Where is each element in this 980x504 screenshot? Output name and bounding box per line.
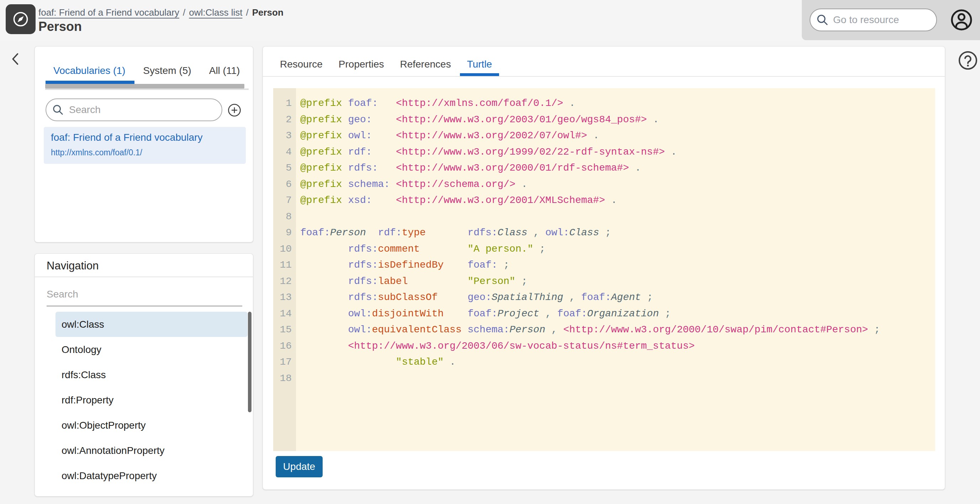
code-line: @prefix schema: <http://schema.org/> . xyxy=(300,176,935,193)
code-line: rdfs:comment "A person." ; xyxy=(300,241,935,257)
vocab-tab-system-[interactable]: System (5) xyxy=(143,61,191,81)
tab-properties[interactable]: Properties xyxy=(339,54,384,74)
code-line xyxy=(300,370,935,387)
nav-item-owl-datatypeproperty[interactable]: owl:DatatypeProperty xyxy=(56,463,248,488)
plus-circle-icon xyxy=(228,103,241,117)
resource-detail-panel: ResourcePropertiesReferencesTurtle 12345… xyxy=(262,46,945,490)
vocab-item-uri: http://xmlns.com/foaf/0.1/ xyxy=(51,148,246,157)
add-vocabulary-button[interactable] xyxy=(228,103,241,117)
code-line: "stable" . xyxy=(300,354,935,370)
navigation-panel: Navigation owl:ClassOntologyrdfs:Classrd… xyxy=(35,254,253,496)
page-title: Person xyxy=(38,19,82,34)
line-number: 17 xyxy=(273,354,292,370)
search-underline xyxy=(46,306,242,306)
code-line: @prefix xsd: <http://www.w3.org/2001/XML… xyxy=(300,192,935,209)
code-line: <http://www.w3.org/2003/06/sw-vocab-stat… xyxy=(300,338,935,354)
editor-gutter: 123456789101112131415161718 xyxy=(273,88,296,451)
breadcrumb-item[interactable]: foaf: Friend of a Friend vocabulary xyxy=(38,7,179,18)
detail-tabs: ResourcePropertiesReferencesTurtle xyxy=(280,54,492,74)
vocab-tab-vocabularies-[interactable]: Vocabularies (1) xyxy=(53,61,125,81)
header-right-panel xyxy=(802,0,980,40)
search-icon xyxy=(52,104,64,116)
chevron-left-icon xyxy=(8,52,23,66)
help-button[interactable] xyxy=(958,50,978,71)
line-number: 15 xyxy=(273,322,292,338)
code-line: owl:equivalentClass schema:Person , <htt… xyxy=(300,322,935,338)
vocab-tabs: Vocabularies (1)System (5)All (11) xyxy=(53,61,240,81)
help-icon xyxy=(958,50,978,71)
line-number: 14 xyxy=(273,306,292,322)
collapse-sidebar-button[interactable] xyxy=(8,52,23,66)
tab-references[interactable]: References xyxy=(400,54,451,74)
line-number: 10 xyxy=(273,241,292,257)
navigation-list: owl:ClassOntologyrdfs:Classrdf:Propertyo… xyxy=(35,309,253,495)
tab-resource[interactable]: Resource xyxy=(280,54,323,74)
navigation-title: Navigation xyxy=(46,260,99,272)
account-circle-icon xyxy=(950,8,973,31)
app-header: foaf: Friend of a Friend vocabulary/owl:… xyxy=(0,0,980,40)
navigation-search[interactable] xyxy=(46,285,242,304)
line-number: 2 xyxy=(273,112,292,128)
goto-resource-input[interactable] xyxy=(833,14,929,25)
code-line: @prefix rdf: <http://www.w3.org/1999/02/… xyxy=(300,144,935,160)
breadcrumb-item[interactable]: owl:Class list xyxy=(189,7,242,18)
app-logo[interactable] xyxy=(6,4,36,34)
breadcrumb-separator: / xyxy=(242,7,252,18)
line-number: 16 xyxy=(273,338,292,354)
line-number: 1 xyxy=(273,95,292,112)
vocab-search[interactable] xyxy=(46,98,222,121)
code-line: foaf:Person rdf:type rdfs:Class , owl:Cl… xyxy=(300,225,935,241)
editor-code[interactable]: @prefix foaf: <http://xmlns.com/foaf/0.1… xyxy=(296,88,935,451)
code-line: @prefix rdfs: <http://www.w3.org/2000/01… xyxy=(300,160,935,176)
line-number: 4 xyxy=(273,144,292,160)
turtle-code-editor[interactable]: 123456789101112131415161718 @prefix foaf… xyxy=(273,88,935,451)
code-line: rdfs:isDefinedBy foaf: ; xyxy=(300,257,935,273)
tabs-divider xyxy=(263,76,945,77)
code-line: @prefix geo: <http://www.w3.org/2003/01/… xyxy=(300,112,935,128)
navigation-search-input[interactable] xyxy=(46,285,242,304)
nav-item-ontology[interactable]: Ontology xyxy=(56,337,248,362)
user-avatar[interactable] xyxy=(950,8,973,31)
vocab-item-title: foaf: Friend of a Friend vocabulary xyxy=(51,132,246,143)
horizontal-scrollbar[interactable] xyxy=(45,84,244,89)
line-number: 18 xyxy=(273,370,292,387)
breadcrumb-separator: / xyxy=(179,7,189,18)
line-number: 5 xyxy=(273,160,292,176)
line-number: 7 xyxy=(273,192,292,209)
line-number: 11 xyxy=(273,257,292,273)
compass-icon xyxy=(10,8,31,30)
update-button[interactable]: Update xyxy=(276,456,323,477)
scrollbar-track-line xyxy=(45,89,249,90)
line-number: 8 xyxy=(273,209,292,225)
code-line: @prefix foaf: <http://xmlns.com/foaf/0.1… xyxy=(300,95,935,112)
nav-item-rdfs-class[interactable]: rdfs:Class xyxy=(56,362,248,387)
active-tab-indicator xyxy=(46,81,134,84)
goto-resource-search[interactable] xyxy=(810,8,937,31)
nav-item-owl-class[interactable]: owl:Class xyxy=(56,312,248,337)
line-number: 9 xyxy=(273,225,292,241)
code-line xyxy=(300,209,935,225)
divider xyxy=(35,277,253,277)
code-line: owl:disjointWith foaf:Project , foaf:Org… xyxy=(300,306,935,322)
line-number: 12 xyxy=(273,273,292,290)
nav-item-owl-annotationproperty[interactable]: owl:AnnotationProperty xyxy=(56,438,248,463)
vocab-list-item[interactable]: foaf: Friend of a Friend vocabularyhttp:… xyxy=(44,127,246,164)
nav-item-owl-objectproperty[interactable]: owl:ObjectProperty xyxy=(56,413,248,438)
nav-item-rdf-property[interactable]: rdf:Property xyxy=(56,387,248,413)
code-line: rdfs:label "Person" ; xyxy=(300,273,935,290)
vocab-tab-all-[interactable]: All (11) xyxy=(209,61,240,81)
line-number: 13 xyxy=(273,289,292,306)
vocab-list: foaf: Friend of a Friend vocabularyhttp:… xyxy=(44,127,246,164)
search-icon xyxy=(816,14,829,26)
vocabularies-panel: Vocabularies (1)System (5)All (11) foaf:… xyxy=(35,46,253,242)
line-number: 3 xyxy=(273,128,292,144)
breadcrumb-item: Person xyxy=(252,7,283,18)
code-line: @prefix owl: <http://www.w3.org/2002/07/… xyxy=(300,128,935,144)
breadcrumb: foaf: Friend of a Friend vocabulary/owl:… xyxy=(38,6,283,19)
tab-turtle[interactable]: Turtle xyxy=(467,54,492,74)
line-number: 6 xyxy=(273,176,292,193)
code-line: rdfs:subClassOf geo:SpatialThing , foaf:… xyxy=(300,289,935,306)
vocab-search-input[interactable] xyxy=(69,104,204,116)
vertical-scrollbar[interactable] xyxy=(248,312,251,412)
